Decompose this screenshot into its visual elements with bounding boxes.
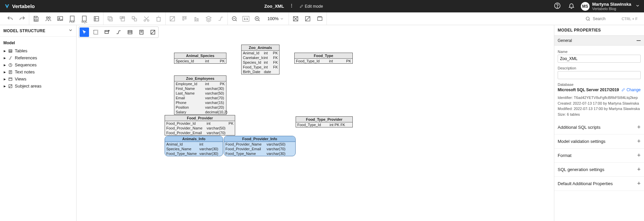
section-default-additional[interactable]: Default Additional Properties+: [554, 177, 644, 191]
svg-rect-22: [157, 17, 160, 21]
align-top-button[interactable]: [180, 15, 188, 23]
section-format[interactable]: Format+: [554, 149, 644, 163]
minimap-button[interactable]: [316, 15, 324, 23]
new-table-tool[interactable]: [102, 27, 112, 37]
help-icon[interactable]: [553, 1, 562, 11]
svg-point-6: [46, 17, 48, 18]
model-description-input[interactable]: [558, 71, 641, 79]
user-menu[interactable]: MS Martyna Slawinska Vertabelo Blog: [581, 2, 640, 11]
entity-animal-species[interactable]: Animal_Species Species_IdintPK: [174, 53, 226, 64]
marquee-tool[interactable]: [91, 27, 100, 37]
entity-zoo-employees[interactable]: Zoo_Employees Employee_IdintPK First_Nam…: [174, 75, 226, 115]
redo-button[interactable]: [18, 15, 26, 23]
left-panel: MODEL STRUCTURE Model ▸ Tables ▸ Referen…: [0, 25, 77, 221]
svg-rect-17: [123, 16, 125, 18]
entity-food-type[interactable]: Food_Type Food_Type_IdintPK: [294, 53, 353, 64]
svg-rect-39: [94, 30, 98, 34]
modified-line: Modified: 2022-07-13 17:00 by Martyna Sl…: [558, 106, 641, 112]
layers-button[interactable]: [205, 15, 213, 23]
user-name: Martyna Slawinska: [592, 2, 631, 7]
tree-item-sequences[interactable]: ▸ Sequences: [3, 61, 74, 68]
route-button[interactable]: [217, 15, 225, 23]
svg-rect-32: [318, 17, 322, 20]
description-label: Description: [558, 66, 641, 70]
plus-icon: +: [637, 152, 641, 159]
chevron-down-icon: [635, 3, 640, 9]
delete-button[interactable]: [155, 15, 163, 23]
section-model-validation[interactable]: Model validation settings+: [554, 134, 644, 149]
change-database-link[interactable]: Change: [621, 88, 641, 92]
copy-button[interactable]: [106, 15, 114, 23]
section-additional-sql[interactable]: Additional SQL scripts+: [554, 120, 644, 134]
tree-item-textnotes[interactable]: ▸ Text notes: [3, 68, 74, 75]
cut-button[interactable]: [142, 15, 151, 23]
search-bar[interactable]: CTRL + F: [582, 14, 641, 23]
collapse-icon: [637, 40, 641, 41]
tree-item-references[interactable]: ▸ References: [3, 54, 74, 61]
paste-button[interactable]: [118, 15, 126, 23]
svg-rect-25: [185, 17, 186, 19]
notifications-icon[interactable]: [567, 1, 576, 11]
undo-button[interactable]: [6, 15, 14, 23]
database-label: Database: [558, 82, 641, 87]
image-export-button[interactable]: [56, 15, 64, 23]
duplicate-button[interactable]: [130, 15, 138, 23]
zoom-fit-button[interactable]: 1:1: [243, 16, 249, 21]
new-view-tool[interactable]: [125, 27, 135, 37]
general-section-header[interactable]: General: [554, 36, 644, 46]
plus-icon: +: [637, 180, 641, 187]
tree-item-views[interactable]: ▸ Views: [3, 75, 74, 82]
svg-rect-18: [132, 16, 134, 19]
name-label: Name: [558, 50, 641, 54]
zoom-level-dropdown[interactable]: 100%: [265, 16, 286, 21]
more-icon[interactable]: [288, 2, 295, 10]
grid-toggle-button[interactable]: [292, 15, 300, 23]
zoom-out-button[interactable]: [230, 15, 239, 23]
svg-point-1: [291, 5, 292, 6]
entity-food-provider-info[interactable]: Food_Provider_Info Food_Provider_Namevar…: [224, 136, 296, 156]
search-input[interactable]: [593, 16, 619, 21]
model-name-input[interactable]: [558, 55, 641, 63]
model-title: Zoo_XML: [264, 4, 284, 9]
top-bar: Vertabelo Zoo_XML Edit mode MS Martyna S…: [0, 0, 644, 12]
pointer-tool[interactable]: [80, 27, 89, 37]
tree-item-subjectareas[interactable]: ▸ Subject areas: [3, 82, 74, 90]
tree-root: Model: [3, 39, 74, 47]
snap-toggle-button[interactable]: [304, 15, 312, 23]
canvas[interactable]: Animal_Species Species_IdintPK Zoo_Anima…: [77, 25, 554, 221]
database-value: Microsoft SQL Server 2017/2019: [558, 88, 619, 92]
edit-mode-indicator[interactable]: Edit mode: [299, 4, 323, 9]
tree-item-tables[interactable]: ▸ Tables: [3, 47, 74, 54]
new-reference-tool[interactable]: [114, 27, 123, 37]
pdf-export-button[interactable]: PDF: [68, 15, 76, 23]
sql-export-button[interactable]: SQL: [80, 15, 88, 23]
save-button[interactable]: [32, 15, 40, 23]
auto-layout-button[interactable]: [168, 15, 176, 23]
svg-rect-24: [183, 17, 184, 20]
new-area-tool[interactable]: [148, 27, 158, 37]
xml-export-button[interactable]: [92, 15, 100, 23]
share-button[interactable]: [44, 15, 52, 23]
subjectarea-icon: [8, 84, 13, 89]
canvas-tool-strip: [79, 26, 159, 38]
plus-icon: +: [637, 124, 641, 131]
entity-zoo-animals[interactable]: Zoo_Animals Animal_IdintPK Caretaker_Idi…: [241, 45, 280, 74]
entity-animals-info[interactable]: Animals_Info Animal_Idint Species_Nameva…: [165, 136, 223, 156]
svg-rect-5: [35, 19, 37, 20]
view-icon: [8, 77, 13, 81]
entity-food-type-provider[interactable]: Food_Type_Provider Food_Type_Idint PK FK: [296, 116, 353, 127]
chevron-down-icon[interactable]: [68, 28, 73, 34]
svg-rect-26: [195, 17, 196, 20]
brand-logo[interactable]: Vertabelo: [4, 3, 35, 9]
svg-point-33: [586, 17, 589, 20]
svg-rect-40: [105, 31, 109, 34]
section-sql-generation[interactable]: SQL generation settings+: [554, 163, 644, 177]
user-org: Vertabelo Blog: [592, 7, 631, 11]
svg-rect-14: [108, 16, 111, 20]
entity-food-provider[interactable]: Food_Provider Food_Provider_IdintPK Food…: [165, 115, 235, 135]
align-bottom-button[interactable]: [192, 15, 201, 23]
svg-rect-13: [109, 17, 113, 21]
zoom-in-button[interactable]: [253, 15, 261, 23]
new-note-tool[interactable]: [137, 27, 146, 37]
table-icon: [8, 49, 13, 53]
